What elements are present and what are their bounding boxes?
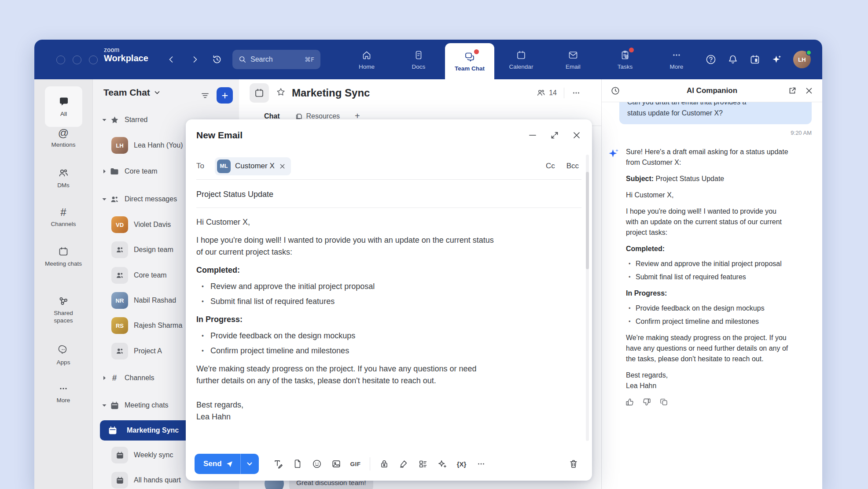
ai-compose-button[interactable] (433, 454, 452, 474)
schedule-button[interactable] (749, 54, 761, 65)
encrypt-button[interactable] (375, 454, 394, 474)
send-button[interactable]: Send (195, 454, 240, 474)
chevron-left-icon (167, 55, 176, 64)
discard-button[interactable] (564, 454, 583, 474)
cc-button[interactable]: Cc (546, 162, 555, 170)
notifications-button[interactable] (727, 54, 739, 65)
email-body-editor[interactable]: Hi Customer X, I hope you're doing well!… (196, 216, 496, 423)
file-icon (293, 459, 302, 469)
people-filled-icon (110, 194, 119, 204)
bcc-button[interactable]: Bcc (566, 162, 579, 170)
forward-button[interactable] (188, 53, 202, 66)
search-shortcut: ⌘F (305, 56, 314, 63)
members-button[interactable]: 14 (536, 88, 557, 98)
external-link-icon (788, 86, 797, 95)
rail-item-apps[interactable]: Apps (34, 345, 92, 367)
filter-button[interactable] (199, 89, 212, 102)
rail-item-more[interactable]: More (34, 383, 92, 404)
history-button[interactable] (210, 52, 224, 67)
send-split-button: Send (195, 454, 259, 474)
new-chat-button[interactable] (217, 87, 233, 104)
team-chat-icon (464, 51, 475, 63)
back-button[interactable] (165, 53, 178, 66)
ai-response-text: Sure! Here's a draft email asking for a … (626, 147, 790, 391)
format-text-button[interactable] (268, 454, 288, 474)
rail-item-shared-spaces[interactable]: Shared spaces (34, 295, 92, 325)
hash-icon: # (110, 373, 119, 383)
new-email-modal: New Email To ML Customer X Cc Bcc Projec… (186, 119, 592, 481)
variables-button[interactable]: {X} (452, 454, 471, 474)
signature-pen-icon (399, 459, 408, 469)
tab-resources[interactable]: Resources (295, 112, 340, 120)
ai-companion-button[interactable] (771, 54, 783, 65)
emoji-button[interactable] (307, 454, 327, 474)
remove-recipient-button[interactable] (279, 163, 286, 170)
chevron-down-icon (246, 460, 253, 467)
at-icon: @ (58, 128, 69, 138)
minimize-icon (528, 130, 537, 140)
ai-history-button[interactable] (611, 86, 620, 96)
search-input[interactable]: Search ⌘F (232, 50, 320, 69)
meeting-calendar-icon (58, 246, 69, 257)
sparkle-icon (438, 459, 447, 469)
minimize-window-control[interactable] (73, 56, 81, 64)
zoom-window-control[interactable] (89, 56, 98, 64)
ai-sparkle-icon (608, 148, 620, 391)
thumbs-down-button[interactable] (642, 397, 651, 407)
profile-avatar[interactable]: LH (793, 51, 811, 68)
expand-button[interactable] (550, 130, 559, 140)
image-button[interactable] (327, 454, 346, 474)
tab-more[interactable]: More (652, 40, 701, 79)
minimize-button[interactable] (528, 130, 537, 140)
rail-item-mentions[interactable]: @ Mentions (34, 128, 92, 149)
tab-chat[interactable]: Chat (264, 112, 280, 120)
template-button[interactable] (413, 454, 433, 474)
calendar-filled-icon (116, 476, 124, 485)
email-icon (568, 50, 578, 60)
calendar-filled-icon (108, 426, 118, 435)
close-button[interactable] (572, 130, 581, 140)
tab-team-chat[interactable]: Team Chat (445, 43, 494, 79)
modal-scrollbar[interactable] (586, 155, 589, 441)
gif-button[interactable]: GIF (346, 454, 365, 474)
sidebar-title-dropdown[interactable]: Team Chat (103, 87, 161, 98)
copy-button[interactable] (659, 397, 669, 407)
tasks-icon (620, 50, 630, 60)
ai-close-button[interactable] (805, 86, 813, 95)
star-button[interactable] (276, 87, 286, 99)
tab-home[interactable]: Home (342, 40, 391, 79)
team-chat-badge (474, 49, 479, 54)
caret-right-icon (100, 374, 109, 382)
attach-file-button[interactable] (288, 454, 307, 474)
thumbs-up-button[interactable] (625, 397, 634, 407)
history-clock-icon (611, 86, 620, 96)
more-dots-icon (571, 88, 581, 98)
ai-conversation[interactable]: Can you draft an email that provides a s… (602, 102, 822, 489)
scrollbar-thumb[interactable] (586, 172, 589, 269)
toolbar-more-button[interactable] (471, 454, 491, 474)
close-window-control[interactable] (56, 56, 65, 64)
tab-calendar[interactable]: Calendar (497, 40, 546, 79)
send-options-button[interactable] (240, 454, 259, 474)
ai-popout-button[interactable] (788, 86, 797, 95)
close-icon (572, 130, 581, 140)
tab-tasks[interactable]: Tasks (600, 40, 650, 79)
signature-button[interactable] (394, 454, 413, 474)
people-filled-icon (115, 271, 124, 280)
help-button[interactable] (705, 54, 717, 65)
apps-bubble-icon (58, 345, 69, 356)
channel-more-button[interactable] (571, 88, 581, 98)
calendar-today-icon (749, 54, 761, 65)
meeting-avatar (111, 472, 128, 489)
tab-email[interactable]: Email (548, 40, 598, 79)
tab-docs[interactable]: Docs (394, 40, 443, 79)
copy-icon (659, 397, 669, 407)
recipient-chip[interactable]: ML Customer X (215, 157, 291, 175)
rail-item-meeting-chats[interactable]: Meeting chats (34, 246, 92, 268)
calendar-icon (516, 50, 526, 60)
rail-item-dms[interactable]: DMs (34, 167, 92, 189)
rail-item-channels[interactable]: # Channels (34, 207, 92, 228)
rail-item-all[interactable]: All (45, 86, 82, 127)
subject-field[interactable]: Project Status Update (196, 182, 579, 207)
close-icon (279, 163, 286, 170)
